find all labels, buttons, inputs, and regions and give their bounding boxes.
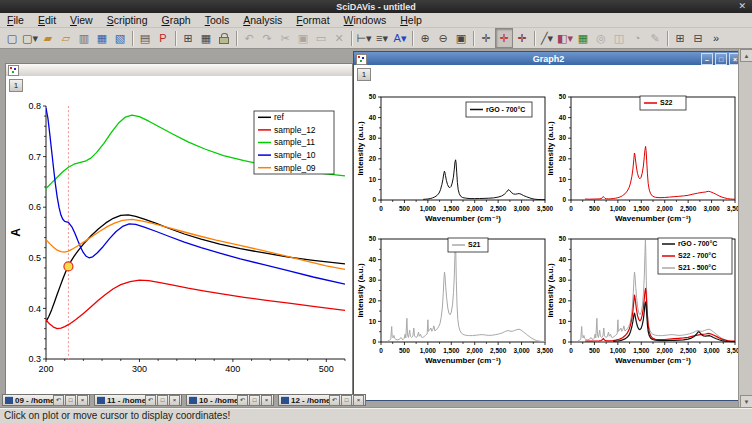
restore-button[interactable]: ↶ — [237, 395, 248, 406]
svg-text:500: 500 — [589, 347, 600, 354]
minimized-window[interactable]: 11 - /home/... ↶ □ × — [94, 394, 182, 406]
minimized-window[interactable]: 09 - /home/... ↶ □ × — [2, 394, 90, 406]
toolbar-button[interactable]: ≡▾ — [373, 28, 391, 48]
minimized-window-controls: ↶ □ × — [145, 395, 180, 406]
minimize-button[interactable]: – — [701, 53, 713, 65]
toolbar-button[interactable]: ⊞ — [179, 28, 197, 48]
toolbar-button[interactable]: ⊕ — [416, 28, 434, 48]
toolbar-button[interactable] — [348, 29, 355, 48]
close-button[interactable]: × — [77, 395, 88, 406]
graph2-window[interactable]: Graph2 – □ × 1 05001,0001,5002,0002,5003… — [353, 51, 744, 401]
toolbar-button[interactable] — [664, 29, 671, 48]
toolbar-button[interactable]: ▥ — [75, 28, 93, 48]
svg-text:30: 30 — [369, 276, 377, 283]
toolbar-button[interactable]: ▢▾ — [21, 28, 39, 48]
svg-text:Wavenumber (cm⁻¹): Wavenumber (cm⁻¹) — [425, 214, 501, 223]
toolbar-button[interactable]: ▦ — [93, 28, 111, 48]
menu-item[interactable]: Format — [289, 14, 336, 27]
minimized-window[interactable]: 12 - /home/... ↶ □ × — [278, 394, 366, 406]
toolbar-button[interactable]: ⊖ — [434, 28, 452, 48]
vertical-scrollbar[interactable]: ▲ ▼ — [738, 49, 752, 408]
maximize-button[interactable]: □ — [65, 395, 76, 406]
toolbar-button[interactable]: ⊢▾ — [355, 28, 373, 48]
svg-text:2,000: 2,000 — [657, 205, 674, 213]
maximize-button[interactable]: □ — [157, 395, 168, 406]
minimized-window[interactable]: 10 - /home/... ↶ □ × — [186, 394, 274, 406]
menu-item[interactable]: Windows — [337, 14, 394, 27]
toolbar-button[interactable]: ▣ — [452, 28, 470, 48]
raman-plot-s21[interactable]: 05001,0001,5002,0002,5003,0003,500010203… — [356, 230, 550, 372]
toolbar-button[interactable] — [531, 29, 538, 48]
svg-text:1,000: 1,000 — [610, 347, 627, 355]
toolbar-button[interactable]: ✛ — [477, 28, 495, 48]
toolbar-button[interactable]: » — [707, 28, 725, 48]
toolbar-button[interactable] — [470, 29, 477, 48]
toolbar-button[interactable]: ▤ — [136, 28, 154, 48]
toolbar-button[interactable]: A▾ — [391, 28, 409, 48]
menu-item[interactable]: View — [63, 14, 100, 27]
toolbar-button[interactable] — [215, 28, 233, 48]
close-button[interactable]: × — [169, 395, 180, 406]
svg-text:3,000: 3,000 — [703, 347, 720, 355]
restore-button[interactable]: ↶ — [329, 395, 340, 406]
toolbar-button[interactable]: P — [154, 28, 172, 48]
maximize-button[interactable]: □ — [249, 395, 260, 406]
toolbar-button[interactable]: ◎ — [592, 28, 610, 48]
svg-text:2,500: 2,500 — [490, 347, 507, 355]
toolbar-button[interactable] — [409, 29, 416, 48]
absorbance-window[interactable]: 1 2003004005000.30.40.50.60.70.8Arefsamp… — [5, 63, 353, 395]
toolbar-button[interactable]: ⊟ — [689, 28, 707, 48]
menu-item[interactable]: Scripting — [100, 14, 155, 27]
toolbar-button[interactable]: ▧ — [111, 28, 129, 48]
toolbar-button[interactable] — [129, 29, 136, 48]
toolbar-button[interactable]: ✕ — [330, 28, 348, 48]
toolbar-button[interactable]: ▣ — [294, 28, 312, 48]
svg-text:3,000: 3,000 — [513, 347, 530, 355]
svg-text:300: 300 — [132, 364, 147, 374]
menu-item[interactable]: Edit — [31, 14, 63, 27]
scroll-up-icon[interactable]: ▲ — [740, 49, 752, 62]
menu-item[interactable]: Tools — [198, 14, 237, 27]
minimized-window-controls: ↶ □ × — [237, 395, 272, 406]
toolbar-button[interactable]: ✛ — [495, 28, 513, 48]
toolbar-button[interactable]: ╱▾ — [538, 28, 556, 48]
menu-item[interactable]: File — [0, 14, 31, 27]
statusbar: Click on plot or move cursor to display … — [0, 407, 752, 423]
layer-button[interactable]: 1 — [357, 68, 371, 81]
svg-text:1,000: 1,000 — [420, 347, 437, 355]
toolbar-button[interactable]: ▦ — [197, 28, 215, 48]
menu-item[interactable]: Help — [393, 14, 429, 27]
absorbance-plot[interactable]: 2003004005000.30.40.50.60.70.8Arefsample… — [6, 76, 350, 393]
maximize-button[interactable]: □ — [341, 395, 352, 406]
app-close-icon[interactable]: ✕ — [738, 0, 746, 13]
toolbar-button[interactable]: ◧▾ — [556, 28, 574, 48]
toolbar-button[interactable]: ▱ — [57, 28, 75, 48]
close-button[interactable]: × — [261, 395, 272, 406]
raman-plot-rgo[interactable]: 05001,0001,5002,0002,5003,0003,500010203… — [356, 88, 550, 230]
layer-button[interactable]: 1 — [9, 79, 23, 92]
toolbar-button[interactable]: ↶ — [240, 28, 258, 48]
graph2-titlebar[interactable]: Graph2 – □ × — [354, 52, 743, 65]
raman-plot-overlay[interactable]: 05001,0001,5002,0002,5003,0003,500010203… — [546, 230, 740, 372]
toolbar-button[interactable]: ✎ — [646, 28, 664, 48]
raman-plot-s22[interactable]: 05001,0001,5002,0002,5003,0003,500010203… — [546, 88, 740, 230]
toolbar-button[interactable]: ▭ — [312, 28, 330, 48]
toolbar-button[interactable]: ✛ — [513, 28, 531, 48]
maximize-button[interactable]: □ — [715, 53, 727, 65]
toolbar-button[interactable]: ◫ — [610, 28, 628, 48]
toolbar-button[interactable]: ↷ — [258, 28, 276, 48]
toolbar-button[interactable] — [233, 29, 240, 48]
toolbar-button[interactable]: ▦ — [574, 28, 592, 48]
toolbar-button[interactable]: ⊞ — [671, 28, 689, 48]
menu-item[interactable]: Graph — [155, 14, 198, 27]
restore-button[interactable]: ↶ — [145, 395, 156, 406]
toolbar-button[interactable]: ▢ — [3, 28, 21, 48]
restore-button[interactable]: ↶ — [53, 395, 64, 406]
toolbar-button[interactable]: ✂ — [276, 28, 294, 48]
toolbar-button[interactable]: ◔ — [628, 28, 646, 48]
svg-text:3,000: 3,000 — [513, 205, 530, 213]
toolbar-button[interactable]: ▰ — [39, 28, 57, 48]
menu-item[interactable]: Analysis — [236, 14, 289, 27]
close-button[interactable]: × — [353, 395, 364, 406]
toolbar-button[interactable] — [172, 29, 179, 48]
